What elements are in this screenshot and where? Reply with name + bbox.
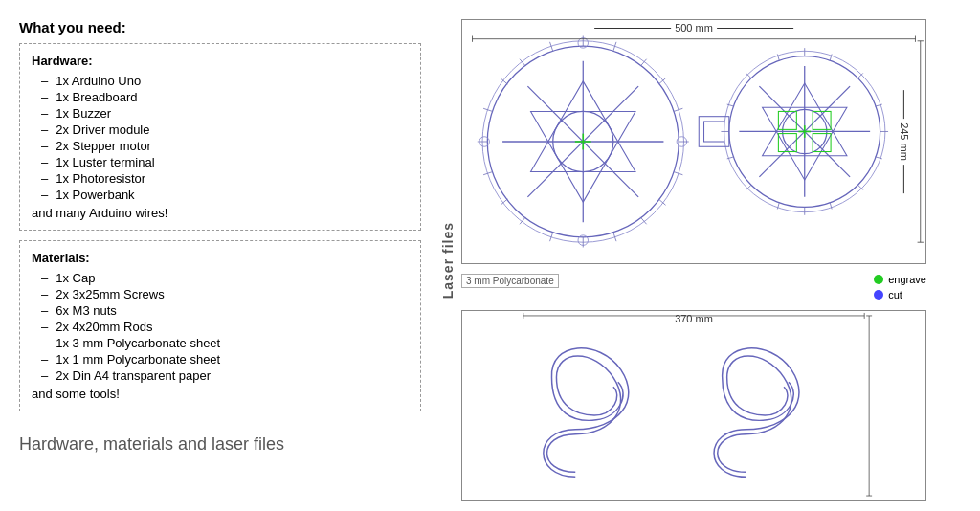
list-item: – 2x Din A4 transparent paper: [32, 368, 409, 383]
list-item: – 2x Driver module: [32, 122, 409, 137]
hardware-note: and many Arduino wires!: [32, 206, 409, 220]
engrave-label: engrave: [888, 274, 926, 285]
bottom-width-label: 370 mm: [675, 313, 713, 324]
hardware-item-7: 1x Photoresistor: [56, 171, 145, 186]
materials-item-6: 1x 1 mm Polycarbonate sheet: [56, 352, 220, 367]
list-dash: –: [41, 171, 48, 186]
polycarbonate-label: 3 mm Polycarbonate: [461, 274, 559, 288]
hardware-item-6: 1x Luster terminal: [56, 155, 154, 169]
hardware-section: Hardware: – 1x Arduino Uno – 1x Breadboa…: [19, 43, 421, 231]
hardware-item-1: 1x Arduino Uno: [56, 74, 141, 88]
list-item: – 2x 4x20mm Rods: [32, 320, 409, 334]
list-dash: –: [41, 122, 48, 137]
diagrams-area: 500 mm 245 mm: [461, 19, 961, 501]
list-item: – 2x Stepper motor: [32, 139, 409, 153]
what-you-need-title: What you need:: [19, 19, 421, 35]
list-item: – 1x Luster terminal: [32, 155, 409, 169]
hardware-item-8: 1x Powerbank: [56, 188, 134, 202]
list-dash: –: [41, 155, 48, 169]
list-dash: –: [41, 106, 48, 121]
list-dash: –: [41, 90, 48, 104]
laser-files-label: Laser files: [440, 222, 456, 299]
legend: engrave cut: [874, 274, 926, 300]
hardware-item-5: 2x Stepper motor: [56, 139, 151, 153]
materials-item-7: 2x Din A4 transparent paper: [56, 368, 211, 383]
cut-label: cut: [888, 289, 902, 300]
list-item: – 1x Photoresistor: [32, 171, 409, 186]
bottom-diagram: 370 mm 250 mm: [461, 310, 926, 501]
materials-note: and some tools!: [32, 387, 409, 401]
footer-text: Hardware, materials and laser files: [19, 431, 421, 455]
materials-item-2: 2x 3x25mm Screws: [56, 287, 164, 301]
list-item: – 1x Cap: [32, 271, 409, 285]
legend-cut: cut: [874, 289, 926, 300]
list-dash: –: [41, 271, 48, 285]
materials-section: Materials: – 1x Cap – 2x 3x25mm Screws –…: [19, 240, 421, 411]
materials-item-3: 6x M3 nuts: [56, 303, 117, 318]
list-item: – 1x 1 mm Polycarbonate sheet: [32, 352, 409, 367]
list-item: – 1x Buzzer: [32, 106, 409, 121]
list-dash: –: [41, 303, 48, 318]
list-item: – 6x M3 nuts: [32, 303, 409, 318]
materials-item-1: 1x Cap: [56, 271, 95, 285]
right-panel: Laser files 500 mm 245 mm: [440, 19, 961, 501]
list-dash: –: [41, 188, 48, 202]
top-diagram: 500 mm 245 mm: [461, 19, 926, 264]
list-dash: –: [41, 287, 48, 301]
legend-engrave: engrave: [874, 274, 926, 285]
list-item: – 2x 3x25mm Screws: [32, 287, 409, 301]
list-item: – 1x 3 mm Polycarbonate sheet: [32, 336, 409, 350]
list-item: – 1x Powerbank: [32, 188, 409, 202]
engrave-dot: [874, 275, 883, 284]
list-dash: –: [41, 336, 48, 350]
hardware-item-4: 2x Driver module: [56, 122, 149, 137]
hardware-title: Hardware:: [32, 54, 409, 68]
left-panel: What you need: Hardware: – 1x Arduino Un…: [19, 19, 421, 501]
list-item: – 1x Arduino Uno: [32, 74, 409, 88]
cut-dot: [874, 290, 883, 300]
list-dash: –: [41, 74, 48, 88]
list-item: – 1x Breadboard: [32, 90, 409, 104]
main-container: What you need: Hardware: – 1x Arduino Un…: [0, 0, 980, 511]
between-diagrams: 3 mm Polycarbonate engrave cut: [461, 274, 926, 300]
top-dim-label: 500 mm: [594, 22, 793, 33]
list-dash: –: [41, 368, 48, 383]
right-dim-label: 245 mm: [899, 90, 910, 193]
list-dash: –: [41, 352, 48, 367]
list-dash: –: [41, 139, 48, 153]
materials-item-4: 2x 4x20mm Rods: [56, 320, 152, 334]
materials-item-5: 1x 3 mm Polycarbonate sheet: [56, 336, 220, 350]
materials-title: Materials:: [32, 251, 409, 265]
hardware-item-3: 1x Buzzer: [56, 106, 111, 121]
hardware-item-2: 1x Breadboard: [56, 90, 137, 104]
list-dash: –: [41, 320, 48, 334]
